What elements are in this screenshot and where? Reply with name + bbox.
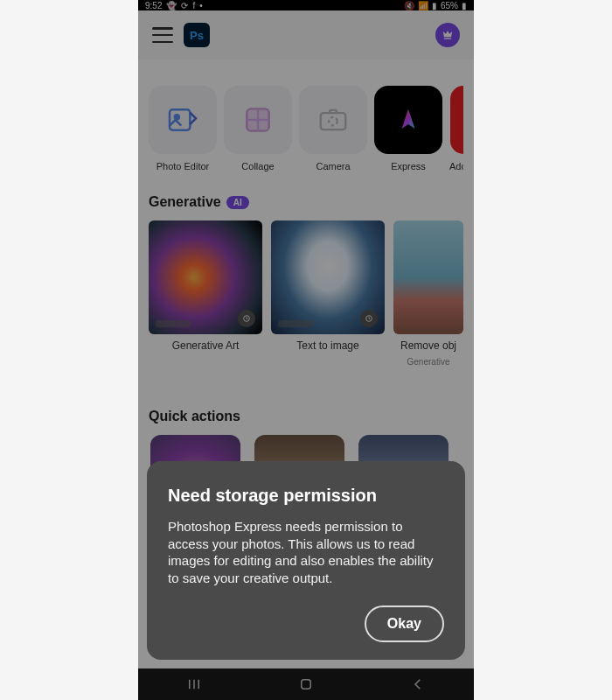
dialog-body: Photoshop Express needs permission to ac… — [168, 518, 444, 586]
okay-button[interactable]: Okay — [365, 606, 444, 642]
permission-dialog: Need storage permission Photoshop Expres… — [147, 461, 465, 660]
dialog-title: Need storage permission — [168, 486, 444, 506]
dialog-actions: Okay — [168, 606, 444, 642]
phone-frame: 9:52 👻 ⟳ f • 🔇 📶 ▮ 65% ▮ Ps — [138, 0, 474, 700]
